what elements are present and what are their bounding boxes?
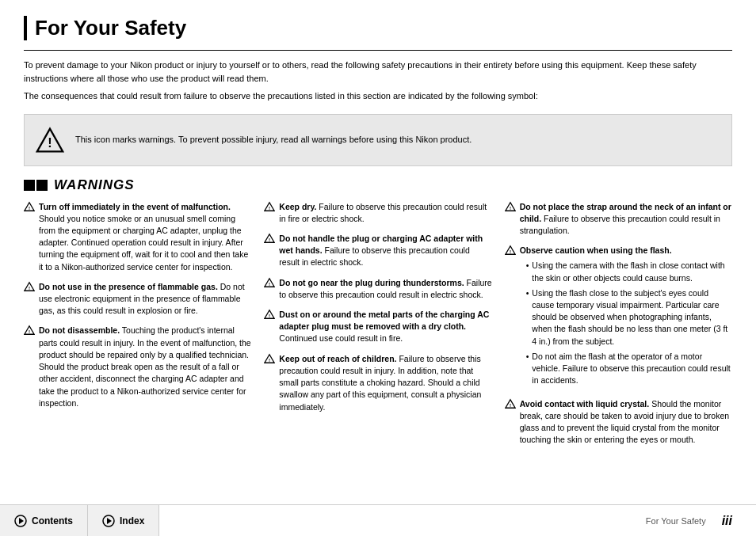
warning-text-dust: Dust on or around the metal parts of the… <box>279 309 491 345</box>
flash-sublist: Using the camera with the flash in close… <box>520 260 732 386</box>
svg-text:!: ! <box>510 402 511 408</box>
warning-icon-flammable: ! <box>24 281 35 292</box>
warning-item-lcd: ! Avoid contact with liquid crystal. Sho… <box>505 398 732 447</box>
warning-bold-flash: Observe caution when using the flash. <box>520 245 672 255</box>
warning-bold-lcd: Avoid contact with liquid crystal. <box>520 399 650 409</box>
warning-icon-disassemble: ! <box>24 325 35 336</box>
warning-bold-plug: Do not handle the plug or charging AC ad… <box>279 234 483 255</box>
intro-paragraph-1: To prevent damage to your Nikon product … <box>24 59 732 85</box>
warning-item-flammable: ! Do not use in the presence of flammabl… <box>24 281 251 317</box>
warning-bold-disassemble: Do not disassemble. <box>39 325 120 335</box>
warning-symbol-box: ! This icon marks warnings. To prevent p… <box>24 114 732 166</box>
footer-right: For Your Safety iii <box>646 505 756 536</box>
black-square-2 <box>36 180 48 191</box>
arrow-right-icon <box>14 515 27 527</box>
warning-triangle-icon: ! <box>36 126 64 154</box>
svg-marker-25 <box>19 518 24 524</box>
index-label: Index <box>120 515 144 526</box>
warning-text-flammable: Do not use in the presence of flammable … <box>39 281 251 317</box>
flash-subitem-2: Using the flash close to the subject's e… <box>526 287 732 348</box>
warning-bold-children: Keep out of reach of children. <box>279 354 396 363</box>
warning-icon-flash: ! <box>505 245 516 256</box>
warning-text-turnoff: Turn off immediately in the event of mal… <box>39 201 251 273</box>
warning-icon-thunder: ! <box>264 277 275 288</box>
arrow-right-index-icon <box>102 515 115 527</box>
warning-item-strap: ! Do not place the strap around the neck… <box>505 201 732 238</box>
warning-text-children: Keep out of reach of children. Failure t… <box>279 353 491 413</box>
title-divider <box>24 50 732 51</box>
warnings-column-2: ! Keep dry. Failure to observe this prec… <box>264 201 491 454</box>
warning-text-lcd: Avoid contact with liquid crystal. Shoul… <box>520 398 732 447</box>
svg-text:!: ! <box>29 204 30 210</box>
warning-bold-keepdry: Keep dry. <box>279 202 316 211</box>
warning-item-turnoff: ! Turn off immediately in the event of m… <box>24 201 251 273</box>
warning-text-keepdry: Keep dry. Failure to observe this precau… <box>279 201 491 225</box>
warning-item-dust: ! Dust on or around the metal parts of t… <box>264 309 491 345</box>
footer-page-label: For Your Safety <box>646 516 706 526</box>
warning-item-disassemble: ! Do not disassemble. Touching the produ… <box>24 325 251 409</box>
svg-text:!: ! <box>269 357 270 363</box>
warnings-columns: ! Turn off immediately in the event of m… <box>24 201 732 454</box>
intro-paragraph-2: The consequences that could result from … <box>24 89 732 103</box>
warning-text-strap: Do not place the strap around the neck o… <box>520 201 732 238</box>
warning-bold-flammable: Do not use in the presence of flammable … <box>39 282 218 291</box>
svg-text:!: ! <box>269 281 270 287</box>
page-title: For Your Safety <box>35 16 732 40</box>
page-container: For Your Safety To prevent damage to you… <box>0 0 756 501</box>
warning-icon-strap: ! <box>505 201 516 212</box>
warning-bold-dust: Dust on or around the metal parts of the… <box>279 310 489 331</box>
footer-left: Contents Index <box>0 505 159 536</box>
warning-bold-turnoff: Turn off immediately in the event of mal… <box>39 202 231 211</box>
warning-icon-lcd: ! <box>505 398 516 409</box>
flash-subitem-3: Do not aim the flash at the operator of … <box>526 351 732 387</box>
warning-icon-plug: ! <box>264 233 275 244</box>
warnings-squares <box>24 180 48 191</box>
warning-box-text: This icon marks warnings. To prevent pos… <box>75 133 472 146</box>
warning-item-thunder: ! Do not go near the plug during thunder… <box>264 277 491 301</box>
contents-label: Contents <box>32 515 73 526</box>
warning-item-children: ! Keep out of reach of children. Failure… <box>264 353 491 413</box>
warning-bold-thunder: Do not go near the plug during thunderst… <box>279 278 464 287</box>
warnings-heading: WARNINGS <box>24 177 732 193</box>
svg-marker-27 <box>107 518 112 524</box>
svg-text:!: ! <box>269 237 270 242</box>
title-section: For Your Safety <box>24 16 732 40</box>
svg-text:!: ! <box>510 204 511 210</box>
black-square-1 <box>24 180 35 191</box>
warning-text-plug: Do not handle the plug or charging AC ad… <box>279 233 491 269</box>
svg-text:!: ! <box>269 313 270 318</box>
warning-text-disassemble: Do not disassemble. Touching the product… <box>39 325 251 409</box>
footer-page-num: iii <box>722 514 732 528</box>
warning-icon-keepdry: ! <box>264 201 275 212</box>
warnings-column-1: ! Turn off immediately in the event of m… <box>24 201 251 454</box>
warning-item-keepdry: ! Keep dry. Failure to observe this prec… <box>264 201 491 225</box>
svg-text:!: ! <box>510 249 511 254</box>
warnings-column-3: ! Do not place the strap around the neck… <box>505 201 732 454</box>
warning-icon-dust: ! <box>264 309 275 320</box>
warnings-title: WARNINGS <box>54 177 135 193</box>
svg-text:!: ! <box>269 204 270 210</box>
index-button[interactable]: Index <box>88 505 159 536</box>
warning-icon-turnoff: ! <box>24 201 35 212</box>
warning-icon-children: ! <box>264 353 275 364</box>
flash-subitem-1: Using the camera with the flash in close… <box>526 260 732 283</box>
contents-button[interactable]: Contents <box>0 505 88 536</box>
warning-text-flash: Observe caution when using the flash. Us… <box>520 245 732 390</box>
svg-text:!: ! <box>29 329 30 334</box>
svg-text:!: ! <box>29 285 30 291</box>
warning-bold-strap: Do not place the strap around the neck o… <box>520 202 731 223</box>
svg-text:!: ! <box>48 135 52 150</box>
warning-text-thunder: Do not go near the plug during thunderst… <box>279 277 491 301</box>
footer-bar: Contents Index For Your Safety iii <box>0 504 756 536</box>
warning-item-plug: ! Do not handle the plug or charging AC … <box>264 233 491 269</box>
warning-item-flash: ! Observe caution when using the flash. … <box>505 245 732 390</box>
